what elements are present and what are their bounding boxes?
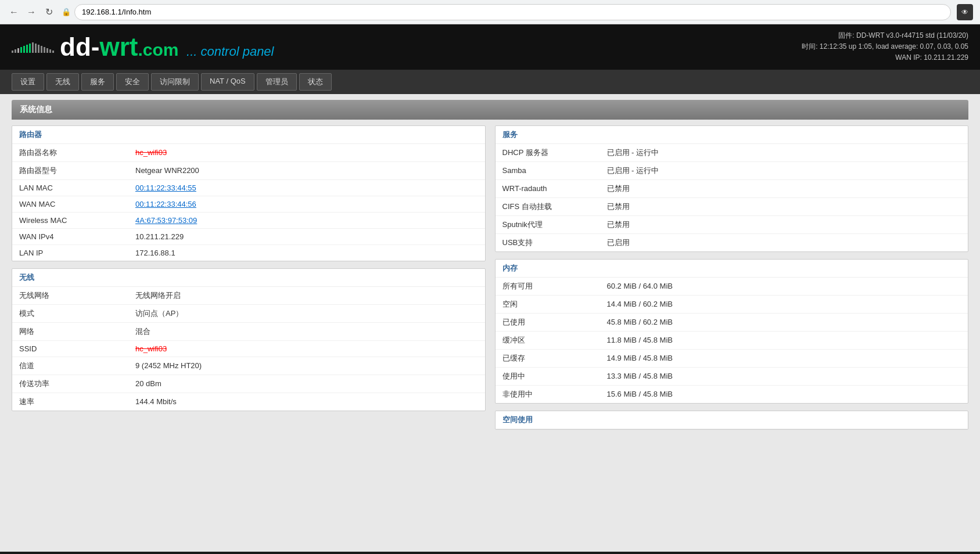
nav-item-设置[interactable]: 设置	[12, 73, 44, 91]
row-value: 已禁用	[607, 184, 630, 194]
row-value: 10.211.21.229	[135, 232, 184, 241]
table-row: LAN MAC00:11:22:33:44:55	[12, 180, 485, 196]
row-value: 13.3 MiB / 45.8 MiB	[607, 372, 673, 380]
row-label: 网络	[19, 326, 135, 337]
row-label: 非使用中	[502, 389, 607, 400]
row-label: WAN MAC	[19, 200, 135, 208]
row-value: 无线网络开启	[135, 290, 181, 301]
row-value: 172.16.88.1	[135, 249, 175, 257]
nav-item-NAT / QoS[interactable]: NAT / QoS	[201, 73, 254, 91]
row-label: 路由器型号	[19, 166, 135, 176]
row-label: 所有可用	[502, 281, 607, 292]
table-row: Wireless MAC4A:67:53:97:53:09	[12, 213, 485, 229]
table-row: 已缓存14.9 MiB / 45.8 MiB	[496, 350, 968, 368]
table-row: 缓冲区11.8 MiB / 45.8 MiB	[496, 332, 968, 350]
table-row: 使用中13.3 MiB / 45.8 MiB	[496, 368, 968, 386]
table-row: DHCP 服务器已启用 - 运行中	[496, 144, 968, 162]
nav-item-管理员[interactable]: 管理员	[257, 73, 297, 91]
row-value: 已启用 - 运行中	[607, 148, 659, 158]
row-label: 无线网络	[19, 290, 135, 301]
row-label: 模式	[19, 308, 135, 319]
row-label: Sputnik代理	[502, 220, 607, 230]
table-row: 无线网络无线网络开启	[12, 287, 485, 305]
reload-button[interactable]: ↻	[42, 5, 56, 19]
table-row: 传送功率20 dBm	[12, 375, 485, 393]
table-row: 所有可用60.2 MiB / 64.0 MiB	[496, 278, 968, 296]
table-row: 非使用中15.6 MiB / 45.8 MiB	[496, 386, 968, 403]
row-value: hc_wifi03	[135, 148, 167, 157]
table-row: Sputnik代理已禁用	[496, 216, 968, 234]
table-row: 速率144.4 Mbit/s	[12, 393, 485, 411]
services-section-header: 服务	[496, 126, 968, 144]
row-value: 已启用	[607, 238, 630, 248]
nav-item-访问限制[interactable]: 访问限制	[151, 73, 199, 91]
browser-actions: 👁	[957, 4, 973, 20]
ddwrt-logo: dd-wrt.com ... control panel	[12, 34, 274, 60]
table-row: 模式访问点（AP）	[12, 305, 485, 323]
ddwrt-header: dd-wrt.com ... control panel 固件: DD-WRT …	[0, 24, 980, 70]
table-row: LAN IP172.16.88.1	[12, 245, 485, 261]
table-row: 网络混合	[12, 323, 485, 341]
control-panel-label: ... control panel	[186, 44, 274, 59]
row-label: 信道	[19, 361, 135, 371]
table-row: 信道9 (2452 MHz HT20)	[12, 357, 485, 375]
browser-chrome: ← → ↻ 🔒 👁	[0, 0, 980, 24]
table-row: WAN IPv410.211.21.229	[12, 229, 485, 245]
row-label: 空闲	[502, 299, 607, 310]
table-row: WAN MAC00:11:22:33:44:56	[12, 196, 485, 213]
row-label: CIFS 自动挂载	[502, 202, 607, 212]
row-value: 00:11:22:33:44:56	[135, 200, 196, 208]
storage-section-header: 空间使用	[496, 411, 968, 429]
page-title: 系统信息	[12, 100, 968, 120]
row-label: LAN IP	[19, 249, 135, 257]
row-label: 已缓存	[502, 353, 607, 364]
row-value: 14.9 MiB / 45.8 MiB	[607, 354, 673, 362]
row-label: DHCP 服务器	[502, 148, 607, 158]
row-label: 传送功率	[19, 379, 135, 389]
table-row: 空闲14.4 MiB / 60.2 MiB	[496, 296, 968, 314]
nav-item-服务[interactable]: 服务	[81, 73, 114, 91]
table-row: 路由器型号Netgear WNR2200	[12, 162, 485, 180]
table-row: WRT-radauth已禁用	[496, 180, 968, 198]
row-label: 缓冲区	[502, 335, 607, 346]
wireless-section-header: 无线	[12, 269, 485, 287]
browser-nav: ← → ↻	[7, 5, 56, 19]
row-value: 00:11:22:33:44:55	[135, 184, 196, 192]
wan-ip-label: WAN IP: 10.211.21.229	[802, 52, 968, 63]
table-row: Samba已启用 - 运行中	[496, 162, 968, 180]
content-area: 路由器 路由器名称hc_wifi03路由器型号Netgear WNR2200LA…	[12, 125, 968, 437]
memory-section-header: 内存	[496, 260, 968, 278]
row-value: 访问点（AP）	[135, 308, 183, 319]
row-label: WAN IPv4	[19, 232, 135, 241]
row-value: 14.4 MiB / 60.2 MiB	[607, 300, 673, 308]
table-row: USB支持已启用	[496, 234, 968, 251]
row-value: Netgear WNR2200	[135, 166, 199, 175]
main-content: 系统信息 路由器 路由器名称hc_wifi03路由器型号Netgear WNR2…	[0, 94, 980, 552]
left-panel: 路由器 路由器名称hc_wifi03路由器型号Netgear WNR2200LA…	[12, 125, 486, 437]
row-label: SSID	[19, 344, 135, 353]
nav-item-安全[interactable]: 安全	[116, 73, 149, 91]
firmware-label: 固件: DD-WRT v3.0-r44715 std (11/03/20)	[802, 30, 968, 41]
forward-button[interactable]: →	[24, 5, 38, 19]
row-value: 60.2 MiB / 64.0 MiB	[607, 282, 673, 290]
row-label: LAN MAC	[19, 184, 135, 192]
router-block: 路由器 路由器名称hc_wifi03路由器型号Netgear WNR2200LA…	[12, 125, 486, 261]
row-value: 4A:67:53:97:53:09	[135, 216, 197, 225]
storage-block: 空间使用	[495, 411, 969, 430]
row-label: 速率	[19, 397, 135, 407]
row-value: 144.4 Mbit/s	[135, 397, 177, 406]
uptime-label: 时间: 12:12:35 up 1:05, load average: 0.07…	[802, 41, 968, 52]
row-label: 已使用	[502, 317, 607, 328]
row-label: USB支持	[502, 238, 607, 248]
nav-item-无线[interactable]: 无线	[46, 73, 79, 91]
table-row: SSIDhc_wifi03	[12, 341, 485, 357]
extension-icon[interactable]: 👁	[957, 4, 973, 20]
address-bar[interactable]	[74, 4, 951, 20]
row-value: 已启用 - 运行中	[607, 166, 659, 176]
router-section-header: 路由器	[12, 126, 485, 144]
nav-item-状态[interactable]: 状态	[299, 73, 332, 91]
row-value: 20 dBm	[135, 379, 161, 388]
back-button[interactable]: ←	[7, 5, 21, 19]
row-value: hc_wifi03	[135, 344, 167, 353]
row-value: 已禁用	[607, 220, 630, 230]
